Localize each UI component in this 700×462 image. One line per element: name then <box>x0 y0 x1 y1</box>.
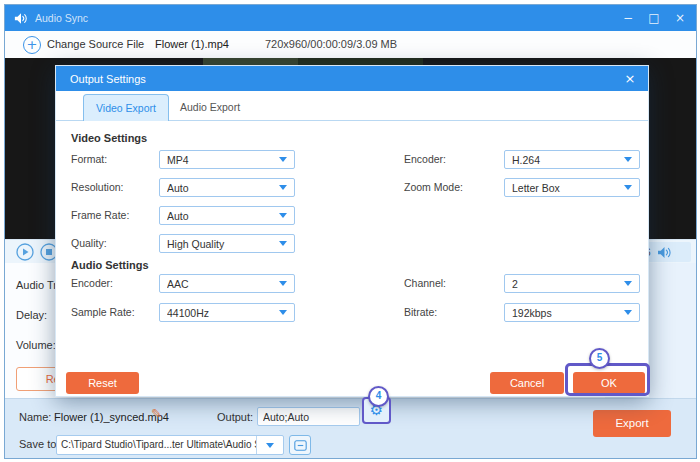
step5-badge: 5 <box>589 348 610 369</box>
dialog-close-icon[interactable]: × <box>622 66 638 91</box>
bitrate-value: 192kbps <box>512 307 624 319</box>
quality-value: High Quality <box>167 238 279 250</box>
dialog-header: Output Settings × <box>56 66 648 91</box>
channel-select[interactable]: 2 <box>504 274 640 293</box>
dialog-tabs: Video Export Audio Export <box>56 91 648 121</box>
toolbar: + Change Source File Flower (1).mp4 720x… <box>5 31 696 58</box>
chevron-down-icon <box>624 310 632 315</box>
frame-rate-label: Frame Rate: <box>71 206 129 225</box>
resolution-label: Resolution: <box>71 178 124 197</box>
sample-rate-select[interactable]: 44100Hz <box>159 303 295 322</box>
chevron-down-icon <box>279 281 287 286</box>
app-speaker-icon <box>14 12 28 25</box>
audio-settings-heading: Audio Settings <box>71 259 149 271</box>
name-label: Name: <box>19 407 51 427</box>
play-icon[interactable] <box>16 243 34 261</box>
audio-encoder-label: Encoder: <box>71 274 113 293</box>
quality-label: Quality: <box>71 234 107 253</box>
audio-encoder-select[interactable]: AAC <box>159 274 295 293</box>
sample-rate-label: Sample Rate: <box>71 303 135 322</box>
format-label: Format: <box>71 150 107 169</box>
close-icon[interactable]: × <box>672 5 688 31</box>
step5-highlight-rect <box>565 363 650 396</box>
title-bar: Audio Sync − □ × <box>5 5 696 31</box>
resolution-value: Auto <box>167 182 279 194</box>
tab-audio-export[interactable]: Audio Export <box>168 94 252 121</box>
save-to-label: Save to: <box>19 434 59 454</box>
source-file-info: 720x960/00:00:09/3.09 MB <box>265 31 397 58</box>
chevron-down-icon <box>279 241 287 246</box>
bitrate-select[interactable]: 192kbps <box>504 303 640 322</box>
chevron-down-icon <box>279 310 287 315</box>
save-path-select[interactable]: C:\Tipard Studio\Tipard...ter Ultimate\A… <box>56 435 284 455</box>
video-settings-heading: Video Settings <box>71 132 147 144</box>
browse-folder-button[interactable] <box>289 435 311 455</box>
source-file-name: Flower (1).mp4 <box>155 31 229 58</box>
speaker-icon[interactable] <box>657 246 672 259</box>
format-value: MP4 <box>167 154 279 166</box>
dialog-title: Output Settings <box>70 73 146 85</box>
chevron-down-icon <box>266 443 274 448</box>
encoder-value: H.264 <box>512 154 624 166</box>
chevron-down-icon <box>279 157 287 162</box>
cancel-button[interactable]: Cancel <box>490 372 564 394</box>
encoder-label: Encoder: <box>404 150 446 169</box>
reset-button[interactable]: Reset <box>66 372 139 394</box>
tab-video-export[interactable]: Video Export <box>83 94 169 121</box>
chevron-down-icon <box>624 157 632 162</box>
output-format-input[interactable] <box>257 407 360 426</box>
maximize-icon[interactable]: □ <box>646 5 662 31</box>
window-title: Audio Sync <box>35 12 88 24</box>
bitrate-label: Bitrate: <box>404 303 437 322</box>
channel-label: Channel: <box>404 274 446 293</box>
delay-label: Delay: <box>16 309 47 321</box>
zoom-mode-value: Letter Box <box>512 182 624 194</box>
output-settings-dialog: Output Settings × Video Export Audio Exp… <box>55 65 649 397</box>
audio-encoder-value: AAC <box>167 278 279 290</box>
volume-label: Volume: <box>16 339 56 351</box>
chevron-down-icon <box>279 213 287 218</box>
step4-badge: 4 <box>368 386 389 407</box>
change-source-file-button[interactable]: Change Source File <box>47 31 144 58</box>
channel-value: 2 <box>512 278 624 290</box>
frame-rate-select[interactable]: Auto <box>159 206 295 225</box>
chevron-down-icon <box>624 281 632 286</box>
encoder-select[interactable]: H.264 <box>504 150 640 169</box>
export-button[interactable]: Export <box>593 410 671 437</box>
quality-select[interactable]: High Quality <box>159 234 295 253</box>
edit-name-icon[interactable]: ✎ <box>151 406 162 421</box>
resolution-select[interactable]: Auto <box>159 178 295 197</box>
zoom-mode-label: Zoom Mode: <box>404 178 463 197</box>
zoom-mode-select[interactable]: Letter Box <box>504 178 640 197</box>
chevron-down-icon <box>279 185 287 190</box>
chevron-down-icon <box>624 185 632 190</box>
add-file-icon[interactable]: + <box>23 36 41 54</box>
minimize-icon[interactable]: − <box>620 5 636 31</box>
format-select[interactable]: MP4 <box>159 150 295 169</box>
sample-rate-value: 44100Hz <box>167 307 279 319</box>
frame-rate-value: Auto <box>167 210 279 222</box>
bottom-bar: Name: Flower (1)_synced.mp4 ✎ Output: Sa… <box>5 398 696 458</box>
folder-icon <box>294 440 307 451</box>
save-path-value: C:\Tipard Studio\Tipard...ter Ultimate\A… <box>57 436 256 454</box>
output-label: Output: <box>217 407 253 427</box>
